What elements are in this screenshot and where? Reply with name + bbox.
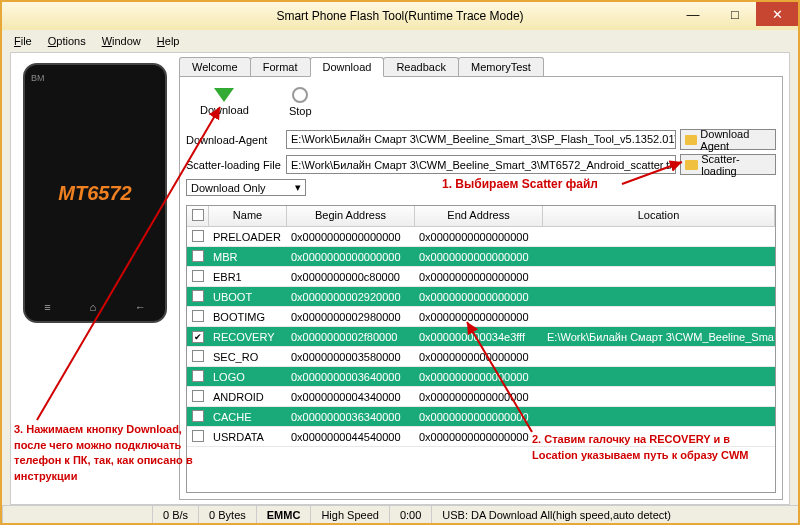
window-title: Smart Phone Flash Tool(Runtime Trace Mod…: [276, 9, 523, 23]
cell-end: 0x0000000000000000: [415, 271, 543, 283]
maximize-button[interactable]: □: [714, 2, 756, 26]
table-row[interactable]: ANDROID0x00000000043400000x0000000000000…: [187, 387, 775, 407]
da-browse-button[interactable]: Download Agent: [680, 129, 776, 150]
download-button-label: Download: [200, 104, 249, 116]
cell-location[interactable]: E:\Work\Билайн Смарт 3\CWM_Beeline_Smart…: [543, 331, 775, 343]
row-checkbox[interactable]: [192, 230, 204, 242]
row-checkbox[interactable]: [192, 290, 204, 302]
table-row[interactable]: BOOTIMG0x00000000029800000x0000000000000…: [187, 307, 775, 327]
stop-icon: [292, 87, 308, 103]
cell-name: LOGO: [209, 371, 287, 383]
cell-end: 0x0000000000000000: [415, 431, 543, 443]
row-checkbox[interactable]: [192, 250, 204, 262]
cell-begin: 0x0000000003640000: [287, 371, 415, 383]
phone-chip-label: MT6572: [58, 182, 131, 205]
col-begin[interactable]: Begin Address: [287, 206, 415, 226]
annotation-1: 1. Выбираем Scatter файл: [442, 177, 598, 193]
stop-button[interactable]: Stop: [289, 87, 312, 117]
table-row[interactable]: PRELOADER0x00000000000000000x00000000000…: [187, 227, 775, 247]
status-speed: 0 B/s: [152, 506, 198, 523]
cell-begin: 0x0000000044540000: [287, 431, 415, 443]
status-mode: High Speed: [310, 506, 389, 523]
download-icon: [214, 88, 234, 102]
folder-icon: [685, 160, 698, 170]
menu-help[interactable]: Help: [151, 33, 186, 49]
cell-end: 0x0000000000000000: [415, 411, 543, 423]
cell-end: 0x0000000000000000: [415, 231, 543, 243]
status-bytes: 0 Bytes: [198, 506, 256, 523]
col-name[interactable]: Name: [209, 206, 287, 226]
tab-download[interactable]: Download: [310, 57, 385, 77]
scatter-browse-button[interactable]: Scatter-loading: [680, 154, 776, 175]
cell-name: MBR: [209, 251, 287, 263]
row-checkbox[interactable]: [192, 350, 204, 362]
download-button[interactable]: Download: [200, 88, 249, 116]
cell-name: ANDROID: [209, 391, 287, 403]
col-end[interactable]: End Address: [415, 206, 543, 226]
folder-icon: [685, 135, 697, 145]
cell-begin: 0x0000000000c80000: [287, 271, 415, 283]
cell-name: SEC_RO: [209, 351, 287, 363]
da-field[interactable]: E:\Work\Билайн Смарт 3\CWM_Beeline_Smart…: [286, 130, 676, 149]
cell-end: 0x0000000000000000: [415, 251, 543, 263]
da-label: Download-Agent: [186, 134, 282, 146]
status-bar: 0 B/s 0 Bytes EMMC High Speed 0:00 USB: …: [2, 505, 798, 523]
cell-end: 0x0000000000000000: [415, 371, 543, 383]
status-usb: USB: DA Download All(high speed,auto det…: [431, 506, 798, 523]
row-checkbox[interactable]: [192, 310, 204, 322]
cell-end: 0x0000000000000000: [415, 391, 543, 403]
annotation-2: 2. Ставим галочку на RECOVERY и в Locati…: [532, 432, 752, 463]
cell-begin: 0x0000000002920000: [287, 291, 415, 303]
minimize-button[interactable]: —: [672, 2, 714, 26]
row-checkbox[interactable]: [192, 410, 204, 422]
table-row[interactable]: UBOOT0x00000000029200000x000000000000000…: [187, 287, 775, 307]
menu-options[interactable]: Options: [42, 33, 92, 49]
row-checkbox[interactable]: [192, 370, 204, 382]
phone-preview: BM MT6572 ≡⌂←: [23, 63, 167, 323]
tab-strip: Welcome Format Download Readback MemoryT…: [179, 57, 543, 77]
table-row[interactable]: EBR10x0000000000c800000x0000000000000000: [187, 267, 775, 287]
check-all[interactable]: [192, 209, 204, 221]
table-header: Name Begin Address End Address Location: [187, 206, 775, 227]
cell-begin: 0x0000000000000000: [287, 231, 415, 243]
cell-begin: 0x0000000000000000: [287, 251, 415, 263]
phone-nav-icons: ≡⌂←: [25, 301, 165, 313]
table-row[interactable]: LOGO0x00000000036400000x0000000000000000: [187, 367, 775, 387]
row-checkbox[interactable]: [192, 270, 204, 282]
close-button[interactable]: ✕: [756, 2, 798, 26]
cell-end: 0x0000000000000000: [415, 311, 543, 323]
scatter-label: Scatter-loading File: [186, 159, 282, 171]
table-row[interactable]: SEC_RO0x00000000035800000x00000000000000…: [187, 347, 775, 367]
cell-name: UBOOT: [209, 291, 287, 303]
cell-begin: 0x0000000036340000: [287, 411, 415, 423]
menu-file[interactable]: File: [8, 33, 38, 49]
cell-end: 0x0000000000000000: [415, 351, 543, 363]
tab-welcome[interactable]: Welcome: [179, 57, 251, 77]
cell-end: 0x0000000000000000: [415, 291, 543, 303]
table-row[interactable]: ✔RECOVERY0x0000000002f800000x00000000003…: [187, 327, 775, 347]
chevron-down-icon: ▾: [295, 181, 301, 194]
menu-window[interactable]: Window: [96, 33, 147, 49]
scatter-field[interactable]: E:\Work\Билайн Смарт 3\CWM_Beeline_Smart…: [286, 155, 676, 174]
cell-name: USRDATA: [209, 431, 287, 443]
download-mode-combo[interactable]: Download Only▾: [186, 179, 306, 196]
title-bar: Smart Phone Flash Tool(Runtime Trace Mod…: [2, 2, 798, 30]
stop-button-label: Stop: [289, 105, 312, 117]
tab-format[interactable]: Format: [250, 57, 311, 77]
cell-name: CACHE: [209, 411, 287, 423]
cell-name: BOOTIMG: [209, 311, 287, 323]
phone-brand: BM: [31, 73, 45, 83]
row-checkbox[interactable]: [192, 390, 204, 402]
cell-name: EBR1: [209, 271, 287, 283]
col-location[interactable]: Location: [543, 206, 775, 226]
tab-readback[interactable]: Readback: [383, 57, 459, 77]
cell-name: RECOVERY: [209, 331, 287, 343]
row-checkbox[interactable]: ✔: [192, 331, 204, 343]
menu-bar: File Options Window Help: [2, 30, 798, 52]
table-row[interactable]: CACHE0x00000000363400000x000000000000000…: [187, 407, 775, 427]
status-type: EMMC: [256, 506, 311, 523]
table-row[interactable]: MBR0x00000000000000000x0000000000000000: [187, 247, 775, 267]
tab-memorytest[interactable]: MemoryTest: [458, 57, 544, 77]
cell-begin: 0x0000000002f80000: [287, 331, 415, 343]
cell-begin: 0x0000000002980000: [287, 311, 415, 323]
